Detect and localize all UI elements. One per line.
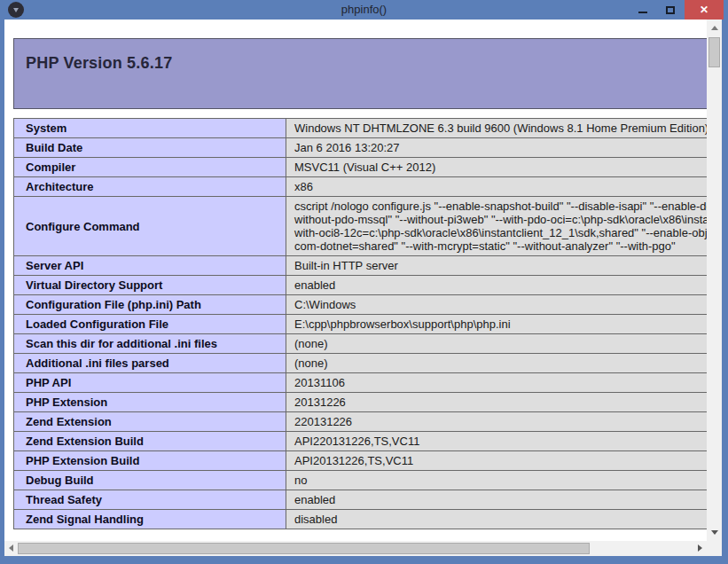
row-label: Build Date	[14, 138, 286, 158]
maximize-icon	[666, 6, 675, 14]
app-icon-mark	[13, 8, 19, 15]
table-row: Zend Signal Handlingdisabled	[14, 510, 708, 529]
row-label: PHP API	[14, 373, 286, 393]
phpinfo-table: SystemWindows NT DHTMLZONE 6.3 build 960…	[13, 118, 707, 529]
row-value: Built-in HTTP server	[286, 256, 708, 276]
table-row: PHP API20131106	[14, 373, 708, 393]
minimize-button[interactable]	[630, 0, 656, 20]
table-row: PHP Extension BuildAPI20131226,TS,VC11	[14, 451, 708, 471]
table-row: Virtual Directory Supportenabled	[14, 276, 708, 295]
table-row: Architecturex86	[14, 177, 708, 197]
table-row: SystemWindows NT DHTMLZONE 6.3 build 960…	[14, 119, 708, 138]
row-label: Loaded Configuration File	[14, 315, 286, 334]
row-value: x86	[286, 177, 708, 197]
row-value: MSVC11 (Visual C++ 2012)	[286, 158, 708, 177]
table-row: Configuration File (php.ini) PathC:\Wind…	[14, 295, 708, 315]
row-label: Zend Extension Build	[14, 432, 286, 451]
scroll-down-icon[interactable]	[711, 530, 718, 535]
row-value: Jan 6 2016 13:20:27	[286, 138, 708, 158]
row-value: Windows NT DHTMLZONE 6.3 build 9600 (Win…	[286, 119, 708, 138]
vertical-scrollbar-thumb[interactable]	[708, 37, 720, 67]
vertical-scrollbar[interactable]	[707, 20, 722, 541]
row-label: Configure Command	[14, 197, 286, 256]
row-value: enabled	[286, 276, 708, 295]
row-label: Zend Extension	[14, 412, 286, 432]
row-value: 20131106	[286, 373, 708, 393]
row-value: E:\cpp\phpbrowserbox\support\php\php.ini	[286, 315, 708, 334]
table-row: Scan this dir for additional .ini files(…	[14, 334, 708, 354]
row-label: Virtual Directory Support	[14, 276, 286, 295]
php-version-title: PHP Version 5.6.17	[14, 39, 707, 73]
row-label: Architecture	[14, 177, 286, 197]
app-icon	[8, 2, 24, 18]
row-value: (none)	[286, 354, 708, 373]
table-row: Zend Extension220131226	[14, 412, 708, 432]
row-label: Server API	[14, 256, 286, 276]
row-label: Configuration File (php.ini) Path	[14, 295, 286, 315]
scroll-right-icon[interactable]	[698, 544, 702, 552]
row-value: disabled	[286, 510, 708, 529]
row-label: Additional .ini files parsed	[14, 354, 286, 373]
table-row: Zend Extension BuildAPI220131226,TS,VC11	[14, 432, 708, 451]
scroll-up-icon[interactable]	[711, 26, 718, 30]
table-row: Build DateJan 6 2016 13:20:27	[14, 138, 708, 158]
app-window: phpinfo() ✕ PHP Version 5.6.17 SystemWin…	[0, 0, 728, 564]
horizontal-scrollbar-thumb[interactable]	[18, 543, 590, 554]
maximize-button[interactable]	[656, 0, 685, 20]
row-label: Thread Safety	[14, 490, 286, 510]
row-value: enabled	[286, 490, 708, 510]
row-value: (none)	[286, 334, 708, 354]
table-row: Thread Safetyenabled	[14, 490, 708, 510]
row-value: API20131226,TS,VC11	[286, 451, 708, 471]
table-row: Loaded Configuration FileE:\cpp\phpbrows…	[14, 315, 708, 334]
row-value: API220131226,TS,VC11	[286, 432, 708, 451]
titlebar: phpinfo() ✕	[0, 0, 728, 20]
table-row: PHP Extension20131226	[14, 393, 708, 412]
table-row: Additional .ini files parsed(none)	[14, 354, 708, 373]
scrollbar-corner	[707, 541, 722, 556]
table-row: Configure Commandcscript /nologo configu…	[14, 197, 708, 256]
phpinfo-header-box: PHP Version 5.6.17	[13, 38, 707, 109]
row-label: PHP Extension	[14, 393, 286, 412]
table-row: CompilerMSVC11 (Visual C++ 2012)	[14, 158, 708, 177]
row-label: Debug Build	[14, 471, 286, 490]
row-label: Compiler	[14, 158, 286, 177]
row-value: cscript /nologo configure.js "--enable-s…	[286, 197, 708, 256]
row-label: Zend Signal Handling	[14, 510, 286, 529]
minimize-icon	[638, 12, 647, 13]
row-label: PHP Extension Build	[14, 451, 286, 471]
row-value: 220131226	[286, 412, 708, 432]
scroll-left-icon[interactable]	[9, 544, 13, 552]
row-label: System	[14, 119, 286, 138]
close-icon: ✕	[700, 4, 708, 16]
horizontal-scrollbar[interactable]	[4, 541, 707, 556]
window-title: phpinfo()	[0, 0, 728, 20]
row-value: 20131226	[286, 393, 708, 412]
window-controls: ✕	[630, 0, 724, 20]
content-viewport: PHP Version 5.6.17 SystemWindows NT DHTM…	[4, 20, 707, 541]
row-value: no	[286, 471, 708, 490]
table-row: Server APIBuilt-in HTTP server	[14, 256, 708, 276]
row-value: C:\Windows	[286, 295, 708, 315]
row-label: Scan this dir for additional .ini files	[14, 334, 286, 354]
table-row: Debug Buildno	[14, 471, 708, 490]
close-button[interactable]: ✕	[685, 0, 724, 20]
